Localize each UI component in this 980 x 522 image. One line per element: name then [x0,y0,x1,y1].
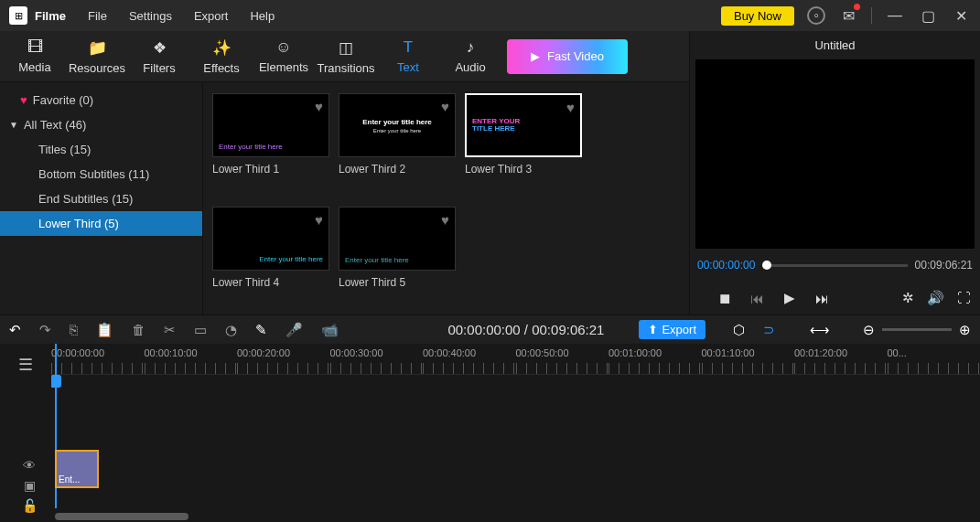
scrubber-knob[interactable] [762,261,771,270]
text-category-tree: ♥Favorite (0) ▼All Text (46) Titles (15)… [0,82,203,314]
prev-frame-icon[interactable]: ⏮ [750,291,764,306]
account-icon[interactable]: ◦ [807,6,825,25]
transitions-icon: ◫ [339,38,353,58]
buy-now-button[interactable]: Buy Now [721,6,794,26]
notifications-icon[interactable]: ✉ [838,5,858,26]
thumb-lower-third-3[interactable]: ♥ENTER YOURTITLE HERE Lower Third 3 [465,93,582,190]
effects-icon: ✨ [212,38,232,58]
upload-icon: ⬆ [648,323,658,336]
folder-icon: 📁 [88,38,107,58]
maximize-icon[interactable]: ▢ [918,5,938,26]
tab-transitions[interactable]: ◫Transitions [315,31,377,81]
minimize-icon[interactable]: — [885,5,905,26]
timeline-toolbar: ↶ ↷ ⎘ 📋 🗑 ✂ ▭ ◔ ✎ 🎤 📹 00:00:00:00 / 00:0… [0,314,980,344]
media-icon: 🎞 [27,38,43,57]
tab-elements[interactable]: ☺Elements [253,31,315,81]
project-title: Untitled [690,31,980,59]
thumb-lower-third-4[interactable]: ♥Enter your title here Lower Third 4 [212,207,329,304]
timeline-track[interactable]: Ent... [51,450,980,492]
crop-icon[interactable]: ▭ [194,322,207,338]
timeline-menu-icon[interactable]: ☰ [0,344,51,386]
preview-scrubber[interactable] [762,264,907,267]
favorite-icon[interactable]: ♥ [566,100,575,115]
zoom-slider[interactable] [882,328,952,331]
record-video-icon[interactable]: 📹 [321,322,339,338]
redo-icon[interactable]: ↷ [39,322,51,338]
tab-media[interactable]: 🎞Media [4,31,66,81]
tree-favorite[interactable]: ♥Favorite (0) [0,88,202,112]
play-icon[interactable]: ▶ [784,290,795,306]
menu-settings[interactable]: Settings [129,9,172,23]
zoom-out-icon[interactable]: ⊖ [863,322,875,338]
app-logo-icon: ⊞ [9,6,27,25]
tab-audio[interactable]: ♪Audio [439,31,501,81]
visibility-icon[interactable]: 👁 [23,458,36,473]
tree-end-subtitles[interactable]: End Subtitles (15) [0,186,202,211]
lock-icon[interactable]: 🔓 [22,498,38,513]
next-frame-icon[interactable]: ⏭ [815,291,829,306]
media-tabs: 🎞Media 📁Resources ❖Filters ✨Effects ☺Ele… [0,31,689,82]
favorite-icon[interactable]: ♥ [315,99,323,114]
timeline-ruler[interactable]: 00:00:00:00 00:00:10:00 00:00:20:00 00:0… [51,344,980,375]
fast-video-icon: ▶ [531,49,540,63]
fullscreen-icon[interactable]: ⛶ [957,290,971,306]
snap-icon[interactable]: ⊃ [763,322,775,338]
thumb-lower-third-1[interactable]: ♥Enter your title here Lower Third 1 [212,93,329,190]
paste-icon[interactable]: 📋 [96,322,113,338]
edit-icon[interactable]: ✎ [255,322,267,338]
tab-resources[interactable]: 📁Resources [66,31,128,81]
filters-icon: ❖ [153,38,167,58]
copy-icon[interactable]: ⎘ [70,322,78,337]
preview-canvas[interactable] [695,59,975,249]
split-icon[interactable]: ✂ [164,322,176,338]
menu-export[interactable]: Export [194,9,229,23]
titlebar: ⊞ Filme File Settings Export Help Buy No… [0,0,980,31]
timeline-clip[interactable]: Ent... [55,450,99,488]
stop-icon[interactable]: ◼ [719,290,730,306]
tree-lower-third[interactable]: Lower Third (5) [0,211,202,236]
tab-text[interactable]: TText [377,31,439,81]
delete-icon[interactable]: 🗑 [132,322,145,337]
thumbnail-grid: ♥Enter your title here Lower Third 1 ♥En… [203,82,689,314]
tree-titles[interactable]: Titles (15) [0,137,202,162]
favorite-icon[interactable]: ♥ [441,212,449,228]
app-name: Filme [35,9,66,23]
close-icon[interactable]: ✕ [951,5,971,26]
preview-time-total: 00:09:06:21 [915,259,973,272]
track-type-icon: ▣ [24,478,36,493]
timeline: ☰ 👁 ▣ 🔓 00:00:00:00 00:00:10:00 00:00:20… [0,344,980,522]
tab-filters[interactable]: ❖Filters [128,31,190,81]
marker-icon[interactable]: ⬡ [733,322,745,338]
menubar: File Settings Export Help [88,9,275,23]
timeline-time-display: 00:00:00:00 / 00:09:06:21 [447,322,604,337]
favorite-icon[interactable]: ♥ [441,99,449,114]
tree-bottom-subtitles[interactable]: Bottom Subtitles (11) [0,162,202,186]
tab-effects[interactable]: ✨Effects [190,31,253,81]
caret-down-icon: ▼ [9,120,18,130]
zoom-in-icon[interactable]: ⊕ [959,322,971,338]
heart-icon: ♥ [20,93,27,107]
speed-icon[interactable]: ◔ [225,322,237,338]
notification-dot [854,4,860,10]
thumb-lower-third-2[interactable]: ♥Enter your title hereEnter your title h… [339,93,456,190]
fit-icon[interactable]: ⟷ [810,322,830,338]
audio-icon: ♪ [467,38,475,57]
export-button[interactable]: ⬆Export [639,320,705,339]
settings-icon[interactable]: ✲ [902,290,914,306]
record-audio-icon[interactable]: 🎤 [285,322,303,338]
volume-icon[interactable]: 🔊 [927,290,944,306]
preview-panel: Untitled 00:00:00:00 00:09:06:21 ◼ ⏮ ▶ ⏭… [689,31,980,314]
text-icon: T [404,38,413,57]
undo-icon[interactable]: ↶ [9,322,21,338]
tree-all-text[interactable]: ▼All Text (46) [0,112,202,137]
thumb-lower-third-5[interactable]: ♥Enter your title here Lower Third 5 [339,207,456,304]
menu-file[interactable]: File [88,9,107,23]
elements-icon: ☺ [275,38,291,57]
timeline-scrollbar[interactable] [55,513,188,520]
preview-time-current: 00:00:00:00 [697,259,755,272]
fast-video-button[interactable]: ▶Fast Video [507,39,628,74]
menu-help[interactable]: Help [250,9,275,23]
favorite-icon[interactable]: ♥ [315,212,323,228]
divider [871,7,872,24]
